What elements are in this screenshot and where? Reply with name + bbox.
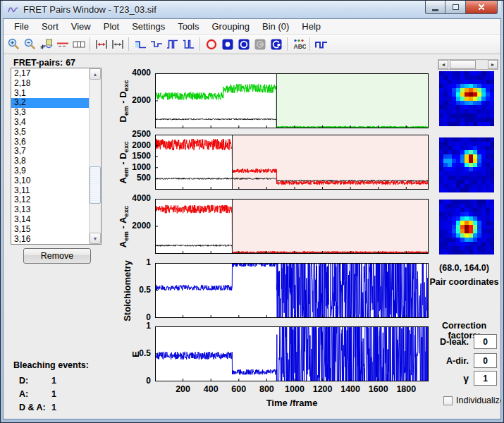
x-tick-label: 400 — [204, 384, 219, 394]
remove-button[interactable]: Remove — [23, 248, 91, 264]
menu-item-help[interactable]: Help — [295, 20, 327, 33]
a-dir-input[interactable] — [474, 353, 497, 368]
list-item[interactable]: 3,15 — [11, 225, 89, 235]
list-item[interactable]: 3,5 — [11, 128, 89, 137]
list-item[interactable]: 3,13 — [11, 205, 89, 215]
plot-aem-aexc[interactable] — [155, 199, 429, 254]
y-axis-label-dem-dexc: Dem - Dexc — [116, 73, 130, 128]
list-item[interactable]: 3,9 — [11, 166, 89, 176]
menu-item-plot[interactable]: Plot — [97, 20, 125, 33]
menu-item-bin-0[interactable]: Bin (0) — [256, 20, 295, 33]
toolbar-separator — [287, 37, 288, 51]
list-item[interactable]: 3,11 — [11, 186, 89, 196]
draw-line-icon[interactable] — [54, 36, 70, 52]
y-tick-label: 2000 — [117, 140, 151, 150]
step-down-up-icon[interactable] — [148, 36, 164, 52]
y-axis-label-stoichiometry: Stoichiometry — [120, 263, 134, 318]
step-down-icon[interactable] — [132, 36, 148, 52]
list-item[interactable]: 3,12 — [11, 195, 89, 205]
plot-dem-dexc[interactable] — [155, 73, 429, 128]
list-item[interactable]: 3,14 — [11, 215, 89, 225]
bleaching-row-da: D & A:1 — [19, 403, 82, 412]
fit-x-icon[interactable] — [109, 36, 125, 52]
scrollbar-thumb[interactable] — [90, 166, 101, 203]
y-tick-label: 2000 — [117, 95, 151, 105]
y-tick-label: 500 — [117, 173, 151, 183]
roi-disabled-icon[interactable] — [252, 36, 268, 52]
menu-item-file[interactable]: File — [8, 20, 35, 33]
list-item[interactable]: 3,7 — [11, 147, 89, 157]
slider-right-arrow-icon[interactable]: ► — [488, 60, 498, 69]
gamma-input[interactable] — [474, 371, 497, 386]
menu-item-settings[interactable]: Settings — [125, 20, 171, 33]
film-strip-icon[interactable] — [70, 36, 87, 52]
individualized-label: Individualized — [456, 396, 500, 405]
step-double-down-icon[interactable] — [180, 36, 197, 52]
plot-aem-dexc[interactable] — [155, 135, 429, 190]
close-button[interactable] — [465, 1, 498, 14]
minimize-icon — [432, 9, 438, 11]
x-tick-label: 200 — [176, 384, 190, 394]
client-area: FRET-pairs:67 2,172,183,13,23,33,43,53,6… — [4, 54, 500, 419]
roi-filled-icon[interactable] — [219, 36, 235, 52]
toolbar: ABC — [4, 35, 500, 54]
listbox-scrollbar[interactable]: ▲ ▼ — [89, 68, 101, 244]
menu-item-sort[interactable]: Sort — [35, 20, 65, 33]
individualized-checkbox[interactable] — [443, 396, 453, 405]
zoom-in-icon[interactable] — [6, 36, 22, 52]
toolbar-separator — [128, 37, 129, 51]
x-tick-label: 1400 — [340, 384, 360, 394]
scroll-down-icon[interactable]: ▼ — [90, 233, 101, 244]
list-item[interactable]: 3,6 — [11, 137, 89, 147]
fit-x-red-icon[interactable] — [93, 36, 109, 52]
list-item[interactable]: 3,1 — [11, 89, 89, 99]
minimize-button[interactable] — [425, 1, 445, 14]
y-tick-label: 0.5 — [117, 285, 151, 295]
slider-thumb[interactable] — [450, 60, 476, 69]
roi-rotate-icon[interactable] — [268, 36, 284, 52]
window-controls — [425, 1, 498, 14]
step-double-up-icon[interactable] — [164, 36, 180, 52]
x-tick-label: 1800 — [396, 384, 416, 394]
pulse-icon[interactable] — [313, 36, 329, 52]
d-leak-label: D-leak. — [440, 337, 469, 347]
menu-item-grouping[interactable]: Grouping — [206, 20, 256, 33]
roi-outline-icon[interactable] — [235, 36, 252, 52]
acceptor-spot-image — [439, 200, 494, 255]
circle-marker-icon[interactable] — [203, 36, 219, 52]
list-item[interactable]: 2,18 — [11, 79, 89, 89]
maximize-icon — [453, 4, 459, 10]
list-item[interactable]: 3,8 — [11, 157, 89, 166]
menu-item-tools[interactable]: Tools — [171, 20, 205, 33]
d-leak-row: D-leak. — [426, 334, 497, 349]
list-item[interactable]: 3,3 — [11, 108, 89, 118]
list-item[interactable]: 3,4 — [11, 118, 89, 128]
y-axis-label-e: E — [128, 326, 142, 381]
toolbar-separator — [309, 37, 310, 51]
slider-left-arrow-icon[interactable]: ◄ — [438, 60, 448, 69]
titlebar[interactable]: FRET Pairs Window - T23_03.sif — [3, 1, 501, 18]
x-tick-label: 1600 — [369, 384, 388, 394]
plot-e[interactable] — [155, 326, 429, 381]
menu-item-view[interactable]: View — [65, 20, 97, 33]
brush-data-icon[interactable] — [38, 36, 54, 52]
y-tick-label: 1 — [117, 321, 151, 331]
d-leak-input[interactable] — [474, 334, 497, 349]
list-item[interactable]: 3,16 — [11, 235, 89, 244]
maximize-button[interactable] — [445, 1, 465, 14]
close-icon — [477, 2, 486, 12]
fret-pairs-count: 67 — [66, 58, 75, 68]
plot-stoichiometry[interactable] — [155, 263, 429, 318]
bleaching-row-a: A:1 — [19, 389, 82, 399]
slider-track[interactable] — [448, 60, 488, 69]
toolbar-separator — [90, 37, 90, 51]
label-abc-icon[interactable]: ABC — [290, 36, 307, 52]
zoom-out-icon[interactable] — [22, 36, 38, 52]
pair-selector-slider[interactable]: ◄ ► — [438, 59, 498, 70]
y-tick-label: 2500 — [117, 129, 151, 139]
list-item[interactable]: 3,10 — [11, 176, 89, 186]
list-item[interactable]: 3,2 — [11, 98, 89, 108]
list-item[interactable]: 2,17 — [11, 69, 89, 79]
scroll-up-icon[interactable]: ▲ — [90, 68, 101, 80]
fret-pairs-listbox[interactable]: 2,172,183,13,23,33,43,53,63,73,83,93,103… — [11, 68, 102, 245]
